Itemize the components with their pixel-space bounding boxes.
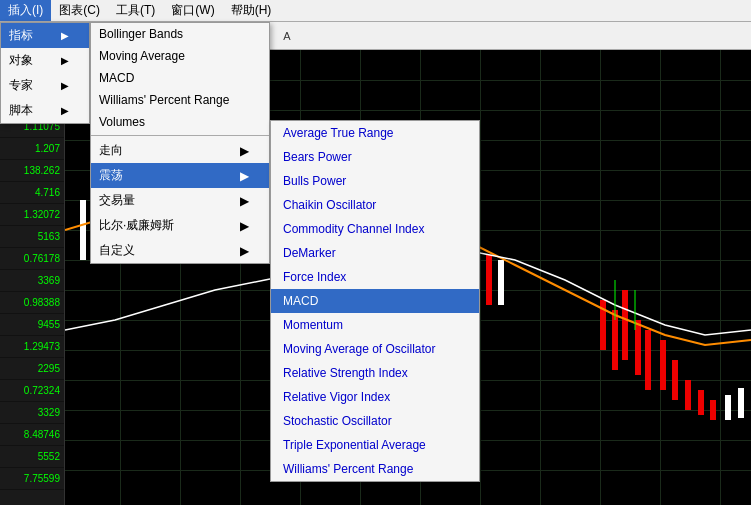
price-value: 5552 xyxy=(0,446,64,468)
menu-item-macd[interactable]: MACD xyxy=(91,67,269,89)
menu-item-bill-williams[interactable]: 比尔·威廉姆斯 ▶ xyxy=(91,213,269,238)
menu-item-indicators[interactable]: 指标 ▶ xyxy=(1,23,89,48)
price-value: 5163 xyxy=(0,226,64,248)
arrow-icon: ▶ xyxy=(240,144,249,158)
menu-item-mao[interactable]: Moving Average of Oscillator xyxy=(271,337,479,361)
dropdown-oscillators: Average True Range Bears Power Bulls Pow… xyxy=(270,120,480,482)
menu-chart[interactable]: 图表(C) xyxy=(51,0,108,21)
arrow-icon: ▶ xyxy=(61,30,69,41)
price-value: 4.716 xyxy=(0,182,64,204)
menu-window[interactable]: 窗口(W) xyxy=(163,0,222,21)
menu-item-trend[interactable]: 走向 ▶ xyxy=(91,138,269,163)
menu-insert[interactable]: 插入(I) xyxy=(0,0,51,21)
arrow-icon: ▶ xyxy=(61,105,69,116)
price-value: 9455 xyxy=(0,314,64,336)
menu-help[interactable]: 帮助(H) xyxy=(223,0,280,21)
price-value: 1.207 xyxy=(0,138,64,160)
price-value: 3369 xyxy=(0,270,64,292)
price-value: 138.262 xyxy=(0,160,64,182)
menu-item-oscillators[interactable]: 震荡 ▶ xyxy=(91,163,269,188)
price-value: 8.48746 xyxy=(0,424,64,446)
menu-item-demarker[interactable]: DeMarker xyxy=(271,241,479,265)
menu-item-atr[interactable]: Average True Range xyxy=(271,121,479,145)
price-value: 1.32072 xyxy=(0,204,64,226)
menu-item-wpr[interactable]: Williams' Percent Range xyxy=(271,457,479,481)
arrow-icon: ▶ xyxy=(61,55,69,66)
dropdown-indicators: Bollinger Bands Moving Average MACD Will… xyxy=(90,22,270,264)
price-value: 0.98388 xyxy=(0,292,64,314)
menu-item-momentum[interactable]: Momentum xyxy=(271,313,479,337)
menu-tools[interactable]: 工具(T) xyxy=(108,0,163,21)
price-value: 1.29473 xyxy=(0,336,64,358)
menu-item-trading-vol[interactable]: 交易量 ▶ xyxy=(91,188,269,213)
arrow-icon: ▶ xyxy=(240,244,249,258)
menu-item-stochastic[interactable]: Stochastic Oscillator xyxy=(271,409,479,433)
menu-item-volumes[interactable]: Volumes xyxy=(91,111,269,133)
menu-item-custom[interactable]: 自定义 ▶ xyxy=(91,238,269,263)
menu-item-bears-power[interactable]: Bears Power xyxy=(271,145,479,169)
toolbar-arrow[interactable]: A xyxy=(276,25,298,47)
arrow-icon: ▶ xyxy=(240,219,249,233)
menu-item-scripts[interactable]: 脚本 ▶ xyxy=(1,98,89,123)
menu-item-bulls-power[interactable]: Bulls Power xyxy=(271,169,479,193)
arrow-icon: ▶ xyxy=(61,80,69,91)
menu-item-tea[interactable]: Triple Exponential Average xyxy=(271,433,479,457)
dropdown-insert: 指标 ▶ 对象 ▶ 专家 ▶ 脚本 ▶ xyxy=(0,22,90,124)
price-value: 7.75599 xyxy=(0,468,64,490)
menu-item-cci[interactable]: Commodity Channel Index xyxy=(271,217,479,241)
menubar: 插入(I) 图表(C) 工具(T) 窗口(W) 帮助(H) xyxy=(0,0,751,22)
menu-separator xyxy=(91,135,269,136)
menu-item-williams[interactable]: Williams' Percent Range xyxy=(91,89,269,111)
price-value: 3329 xyxy=(0,402,64,424)
price-value: 2295 xyxy=(0,358,64,380)
menu-item-rvi[interactable]: Relative Vigor Index xyxy=(271,385,479,409)
menu-item-macd-osc[interactable]: MACD xyxy=(271,289,479,313)
menu-item-moving-avg[interactable]: Moving Average xyxy=(91,45,269,67)
price-value: 0.72324 xyxy=(0,380,64,402)
menu-item-bollinger[interactable]: Bollinger Bands xyxy=(91,23,269,45)
menu-item-rsi[interactable]: Relative Strength Index xyxy=(271,361,479,385)
arrow-icon: ▶ xyxy=(240,169,249,183)
menu-item-expert[interactable]: 专家 ▶ xyxy=(1,73,89,98)
arrow-icon: ▶ xyxy=(240,194,249,208)
menu-item-objects[interactable]: 对象 ▶ xyxy=(1,48,89,73)
menu-item-chaikin[interactable]: Chaikin Oscillator xyxy=(271,193,479,217)
price-value: 0.76178 xyxy=(0,248,64,270)
menu-item-force-index[interactable]: Force Index xyxy=(271,265,479,289)
